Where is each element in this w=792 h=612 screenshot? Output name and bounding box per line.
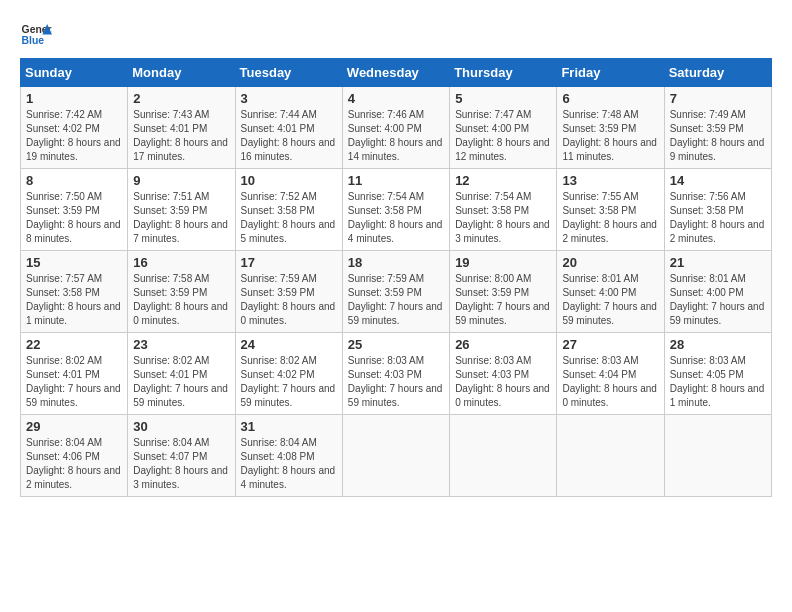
day-number: 5 [455, 91, 551, 106]
day-number: 26 [455, 337, 551, 352]
calendar-cell [557, 415, 664, 497]
day-number: 8 [26, 173, 122, 188]
day-info: Sunrise: 7:52 AM Sunset: 3:58 PM Dayligh… [241, 190, 337, 246]
calendar-cell: 5Sunrise: 7:47 AM Sunset: 4:00 PM Daylig… [450, 87, 557, 169]
day-info: Sunrise: 8:04 AM Sunset: 4:06 PM Dayligh… [26, 436, 122, 492]
calendar-cell: 22Sunrise: 8:02 AM Sunset: 4:01 PM Dayli… [21, 333, 128, 415]
calendar-cell: 21Sunrise: 8:01 AM Sunset: 4:00 PM Dayli… [664, 251, 771, 333]
calendar-cell: 12Sunrise: 7:54 AM Sunset: 3:58 PM Dayli… [450, 169, 557, 251]
day-info: Sunrise: 7:44 AM Sunset: 4:01 PM Dayligh… [241, 108, 337, 164]
calendar-week-3: 22Sunrise: 8:02 AM Sunset: 4:01 PM Dayli… [21, 333, 772, 415]
calendar-cell: 3Sunrise: 7:44 AM Sunset: 4:01 PM Daylig… [235, 87, 342, 169]
calendar-cell: 8Sunrise: 7:50 AM Sunset: 3:59 PM Daylig… [21, 169, 128, 251]
day-number: 9 [133, 173, 229, 188]
calendar-cell: 20Sunrise: 8:01 AM Sunset: 4:00 PM Dayli… [557, 251, 664, 333]
day-info: Sunrise: 8:03 AM Sunset: 4:04 PM Dayligh… [562, 354, 658, 410]
day-number: 20 [562, 255, 658, 270]
day-number: 3 [241, 91, 337, 106]
day-info: Sunrise: 7:57 AM Sunset: 3:58 PM Dayligh… [26, 272, 122, 328]
day-number: 31 [241, 419, 337, 434]
calendar-cell: 30Sunrise: 8:04 AM Sunset: 4:07 PM Dayli… [128, 415, 235, 497]
day-info: Sunrise: 8:04 AM Sunset: 4:07 PM Dayligh… [133, 436, 229, 492]
day-number: 2 [133, 91, 229, 106]
calendar-week-0: 1Sunrise: 7:42 AM Sunset: 4:02 PM Daylig… [21, 87, 772, 169]
weekday-header-saturday: Saturday [664, 59, 771, 87]
calendar-cell [342, 415, 449, 497]
day-number: 21 [670, 255, 766, 270]
day-info: Sunrise: 7:48 AM Sunset: 3:59 PM Dayligh… [562, 108, 658, 164]
calendar-cell: 17Sunrise: 7:59 AM Sunset: 3:59 PM Dayli… [235, 251, 342, 333]
day-info: Sunrise: 7:55 AM Sunset: 3:58 PM Dayligh… [562, 190, 658, 246]
calendar-cell: 11Sunrise: 7:54 AM Sunset: 3:58 PM Dayli… [342, 169, 449, 251]
day-info: Sunrise: 8:00 AM Sunset: 3:59 PM Dayligh… [455, 272, 551, 328]
weekday-header-sunday: Sunday [21, 59, 128, 87]
logo: General Blue [20, 20, 52, 48]
weekday-header-tuesday: Tuesday [235, 59, 342, 87]
calendar-cell [450, 415, 557, 497]
day-number: 18 [348, 255, 444, 270]
calendar-week-1: 8Sunrise: 7:50 AM Sunset: 3:59 PM Daylig… [21, 169, 772, 251]
calendar-cell: 28Sunrise: 8:03 AM Sunset: 4:05 PM Dayli… [664, 333, 771, 415]
day-info: Sunrise: 7:49 AM Sunset: 3:59 PM Dayligh… [670, 108, 766, 164]
day-number: 25 [348, 337, 444, 352]
day-number: 17 [241, 255, 337, 270]
calendar-cell: 18Sunrise: 7:59 AM Sunset: 3:59 PM Dayli… [342, 251, 449, 333]
day-number: 29 [26, 419, 122, 434]
day-number: 6 [562, 91, 658, 106]
calendar-cell: 15Sunrise: 7:57 AM Sunset: 3:58 PM Dayli… [21, 251, 128, 333]
day-info: Sunrise: 8:02 AM Sunset: 4:02 PM Dayligh… [241, 354, 337, 410]
day-number: 19 [455, 255, 551, 270]
calendar-week-4: 29Sunrise: 8:04 AM Sunset: 4:06 PM Dayli… [21, 415, 772, 497]
day-info: Sunrise: 8:02 AM Sunset: 4:01 PM Dayligh… [26, 354, 122, 410]
day-number: 27 [562, 337, 658, 352]
day-number: 10 [241, 173, 337, 188]
calendar-cell: 4Sunrise: 7:46 AM Sunset: 4:00 PM Daylig… [342, 87, 449, 169]
calendar-cell: 1Sunrise: 7:42 AM Sunset: 4:02 PM Daylig… [21, 87, 128, 169]
day-info: Sunrise: 7:42 AM Sunset: 4:02 PM Dayligh… [26, 108, 122, 164]
calendar-cell: 19Sunrise: 8:00 AM Sunset: 3:59 PM Dayli… [450, 251, 557, 333]
day-number: 15 [26, 255, 122, 270]
day-number: 30 [133, 419, 229, 434]
day-info: Sunrise: 8:03 AM Sunset: 4:03 PM Dayligh… [455, 354, 551, 410]
day-info: Sunrise: 7:43 AM Sunset: 4:01 PM Dayligh… [133, 108, 229, 164]
weekday-header-monday: Monday [128, 59, 235, 87]
day-number: 4 [348, 91, 444, 106]
calendar-cell: 2Sunrise: 7:43 AM Sunset: 4:01 PM Daylig… [128, 87, 235, 169]
calendar-table: SundayMondayTuesdayWednesdayThursdayFrid… [20, 58, 772, 497]
weekday-header-thursday: Thursday [450, 59, 557, 87]
logo-icon: General Blue [20, 20, 52, 48]
day-number: 16 [133, 255, 229, 270]
calendar-cell [664, 415, 771, 497]
day-number: 23 [133, 337, 229, 352]
day-info: Sunrise: 7:47 AM Sunset: 4:00 PM Dayligh… [455, 108, 551, 164]
weekday-header-friday: Friday [557, 59, 664, 87]
day-info: Sunrise: 7:46 AM Sunset: 4:00 PM Dayligh… [348, 108, 444, 164]
day-info: Sunrise: 7:56 AM Sunset: 3:58 PM Dayligh… [670, 190, 766, 246]
day-number: 22 [26, 337, 122, 352]
day-info: Sunrise: 7:59 AM Sunset: 3:59 PM Dayligh… [348, 272, 444, 328]
calendar-cell: 26Sunrise: 8:03 AM Sunset: 4:03 PM Dayli… [450, 333, 557, 415]
calendar-week-2: 15Sunrise: 7:57 AM Sunset: 3:58 PM Dayli… [21, 251, 772, 333]
day-info: Sunrise: 8:01 AM Sunset: 4:00 PM Dayligh… [670, 272, 766, 328]
day-number: 13 [562, 173, 658, 188]
day-info: Sunrise: 7:59 AM Sunset: 3:59 PM Dayligh… [241, 272, 337, 328]
day-number: 14 [670, 173, 766, 188]
day-info: Sunrise: 8:03 AM Sunset: 4:03 PM Dayligh… [348, 354, 444, 410]
day-info: Sunrise: 7:58 AM Sunset: 3:59 PM Dayligh… [133, 272, 229, 328]
day-number: 11 [348, 173, 444, 188]
weekday-header-wednesday: Wednesday [342, 59, 449, 87]
calendar-cell: 16Sunrise: 7:58 AM Sunset: 3:59 PM Dayli… [128, 251, 235, 333]
day-info: Sunrise: 8:04 AM Sunset: 4:08 PM Dayligh… [241, 436, 337, 492]
day-info: Sunrise: 7:50 AM Sunset: 3:59 PM Dayligh… [26, 190, 122, 246]
calendar-cell: 31Sunrise: 8:04 AM Sunset: 4:08 PM Dayli… [235, 415, 342, 497]
calendar-cell: 23Sunrise: 8:02 AM Sunset: 4:01 PM Dayli… [128, 333, 235, 415]
calendar-cell: 29Sunrise: 8:04 AM Sunset: 4:06 PM Dayli… [21, 415, 128, 497]
day-info: Sunrise: 8:02 AM Sunset: 4:01 PM Dayligh… [133, 354, 229, 410]
calendar-cell: 27Sunrise: 8:03 AM Sunset: 4:04 PM Dayli… [557, 333, 664, 415]
day-number: 7 [670, 91, 766, 106]
calendar-cell: 13Sunrise: 7:55 AM Sunset: 3:58 PM Dayli… [557, 169, 664, 251]
day-number: 24 [241, 337, 337, 352]
calendar-cell: 25Sunrise: 8:03 AM Sunset: 4:03 PM Dayli… [342, 333, 449, 415]
day-info: Sunrise: 7:54 AM Sunset: 3:58 PM Dayligh… [455, 190, 551, 246]
svg-text:Blue: Blue [22, 35, 45, 46]
